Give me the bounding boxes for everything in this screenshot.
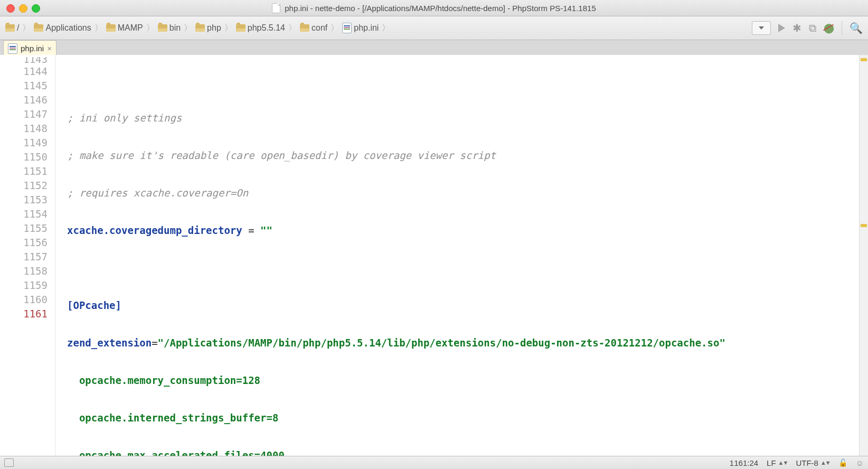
toolbar-actions: ✱ ⧉ ⬤ 🔍: [752, 21, 863, 35]
chevron-right-icon: 〉: [184, 23, 192, 34]
file-icon: [272, 3, 280, 13]
hector-icon[interactable]: ☺: [856, 458, 864, 467]
chevron-right-icon: 〉: [382, 23, 390, 34]
breadcrumb-label: MAMP: [118, 23, 143, 33]
code-line: ; make sure it's readable (care open_bas…: [67, 148, 868, 163]
breadcrumb-1[interactable]: Applications: [34, 23, 91, 33]
close-window-button[interactable]: [6, 4, 15, 13]
code-line: [67, 261, 868, 275]
warning-marker[interactable]: [861, 224, 867, 227]
line-gutter: 1143 1144 1145 1146 1147 1148 1149 1150 …: [0, 55, 55, 456]
window-titlebar: php.ini - nette-demo - [/Applications/MA…: [0, 0, 868, 16]
run-button[interactable]: [778, 24, 785, 32]
zoom-window-button[interactable]: [32, 4, 40, 13]
folder-icon: [158, 24, 167, 32]
chevron-down-icon: [759, 26, 764, 30]
folder-icon: [34, 24, 43, 32]
breadcrumb-3[interactable]: bin: [158, 23, 181, 33]
listen-debug-button[interactable]: ⬤: [824, 22, 834, 34]
breadcrumb-file[interactable]: php.ini: [342, 23, 379, 33]
line-number: 1143: [0, 57, 48, 64]
folder-icon: [236, 24, 246, 32]
line-number: 1156: [0, 236, 48, 250]
line-number: 1155: [0, 221, 48, 236]
line-number: 1160: [0, 293, 48, 307]
search-everywhere-button[interactable]: 🔍: [850, 22, 863, 34]
code-line: opcache.interned_strings_buffer=8: [67, 411, 868, 425]
line-number: 1154: [0, 207, 48, 221]
breadcrumb-label: conf: [312, 23, 327, 33]
error-stripe[interactable]: [859, 55, 868, 456]
navigation-toolbar: / 〉 Applications 〉 MAMP 〉 bin 〉 php 〉 ph…: [0, 16, 868, 40]
close-tab-button[interactable]: ×: [47, 44, 52, 53]
code-line: zend_extension="/Applications/MAMP/bin/p…: [67, 336, 868, 350]
breadcrumb-label: php.ini: [354, 23, 379, 33]
minimize-window-button[interactable]: [19, 4, 27, 13]
breadcrumb-4[interactable]: php: [195, 23, 221, 33]
line-number: 1157: [0, 250, 48, 264]
breadcrumb-label: /: [17, 23, 19, 33]
code-editor[interactable]: 1143 1144 1145 1146 1147 1148 1149 1150 …: [0, 55, 868, 456]
caret-position[interactable]: 1161:24: [730, 458, 758, 467]
separator: [842, 21, 842, 35]
code-line: ; ini only settings: [67, 111, 868, 125]
chevron-right-icon: 〉: [95, 23, 103, 34]
code-line: opcache.memory_consumption=128: [67, 373, 868, 388]
folder-icon: [195, 24, 205, 32]
code-line: [67, 80, 868, 88]
chevron-right-icon: 〉: [22, 23, 31, 34]
readonly-toggle[interactable]: 🔓: [838, 458, 847, 467]
code-line: opcache.max_accelerated_files=4000: [67, 448, 868, 456]
debug-button[interactable]: ✱: [792, 22, 801, 34]
line-number: 1159: [0, 278, 48, 293]
chevron-right-icon: 〉: [331, 23, 339, 34]
line-number: 1148: [0, 121, 48, 136]
folder-icon: [300, 24, 309, 32]
line-number: 1158: [0, 264, 48, 278]
chevron-right-icon: 〉: [146, 23, 155, 34]
breadcrumb-root[interactable]: /: [5, 23, 19, 33]
line-number: 1153: [0, 193, 48, 207]
line-number: 1149: [0, 136, 48, 150]
run-config-selector[interactable]: [752, 21, 771, 35]
folder-icon: [5, 24, 15, 32]
ini-file-icon: [342, 23, 352, 33]
breadcrumb-label: php5.5.14: [248, 23, 285, 33]
line-number: 1146: [0, 93, 48, 107]
code-line: [OPcache]: [67, 298, 868, 313]
line-number: 1152: [0, 179, 48, 193]
breadcrumb-2[interactable]: MAMP: [106, 23, 143, 33]
line-number: 1147: [0, 107, 48, 121]
breadcrumb-label: bin: [169, 23, 181, 33]
line-separator-selector[interactable]: LF▲▼: [767, 458, 787, 467]
breadcrumb: / 〉 Applications 〉 MAMP 〉 bin 〉 php 〉 ph…: [5, 23, 752, 34]
editor-tabs: php.ini ×: [0, 40, 868, 57]
editor-tab-label: php.ini: [21, 44, 44, 53]
line-number: 1151: [0, 164, 48, 179]
warning-marker[interactable]: [861, 58, 867, 61]
folder-icon: [106, 24, 116, 32]
chevron-right-icon: 〉: [288, 23, 297, 34]
line-number: 1150: [0, 150, 48, 164]
breadcrumb-5[interactable]: php5.5.14: [236, 23, 285, 33]
chevron-right-icon: 〉: [224, 23, 233, 34]
breadcrumb-6[interactable]: conf: [300, 23, 327, 33]
line-number: 1161: [0, 307, 48, 321]
ini-file-icon: [8, 43, 17, 54]
run-coverage-button[interactable]: ⧉: [809, 22, 816, 34]
toolwindow-toggle-button[interactable]: [4, 458, 14, 467]
code-content[interactable]: ; ini only settings ; make sure it's rea…: [55, 55, 868, 456]
window-title: php.ini - nette-demo - [/Applications/MA…: [285, 4, 596, 13]
code-line: xcache.coveragedump_directory = "": [67, 223, 868, 238]
traffic-lights: [6, 4, 40, 13]
status-bar: 1161:24 LF▲▼ UTF-8▲▼ 🔓 ☺: [0, 456, 868, 469]
breadcrumb-label: Applications: [45, 23, 91, 33]
editor-tab-phpini[interactable]: php.ini ×: [3, 40, 56, 56]
code-line: ; requires xcache.coverager=On: [67, 186, 868, 200]
breadcrumb-label: php: [207, 23, 221, 33]
line-number: 1144: [0, 64, 48, 79]
line-number: 1145: [0, 79, 48, 93]
encoding-selector[interactable]: UTF-8▲▼: [796, 458, 829, 467]
